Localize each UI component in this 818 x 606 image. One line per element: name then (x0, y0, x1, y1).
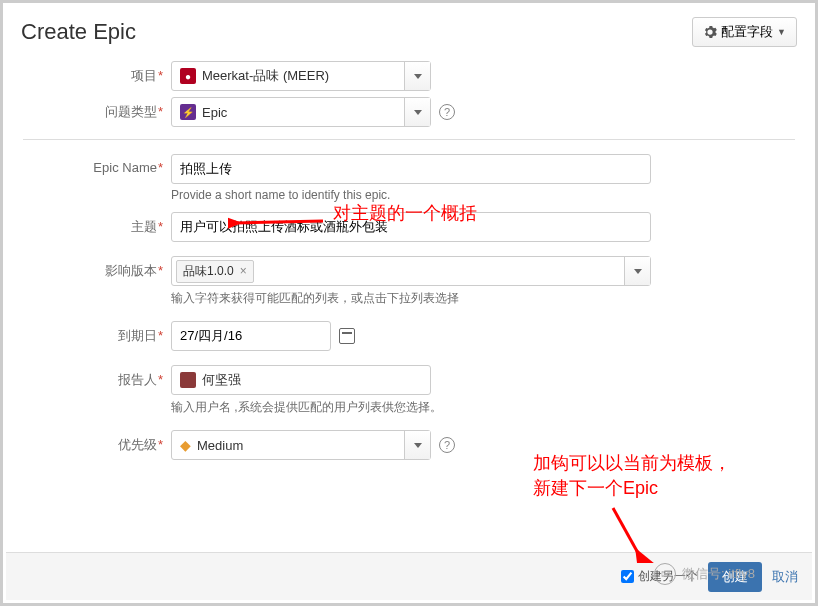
configure-fields-button[interactable]: 配置字段 ▼ (692, 17, 797, 47)
project-select[interactable]: ●Meerkat-品味 (MEER) (171, 61, 431, 91)
epic-icon: ⚡ (180, 104, 196, 120)
remove-tag-icon[interactable]: × (240, 264, 247, 278)
chevron-down-icon: ▼ (777, 27, 786, 37)
affects-version-select[interactable]: 品味1.0.0 × (171, 256, 651, 286)
issue-type-label: 问题类型 (105, 104, 157, 119)
due-date-input[interactable] (171, 321, 331, 351)
reporter-hint: 输入用户名 ,系统会提供匹配的用户列表供您选择。 (171, 399, 785, 416)
issue-type-select[interactable]: ⚡Epic (171, 97, 431, 127)
help-icon[interactable]: ? (439, 437, 455, 453)
priority-dropdown-toggle[interactable] (404, 431, 430, 459)
affects-version-hint: 输入字符来获得可能匹配的列表，或点击下拉列表选择 (171, 290, 785, 307)
project-dropdown-toggle[interactable] (404, 62, 430, 90)
submit-button[interactable]: 创建 (708, 562, 762, 592)
create-another-checkbox[interactable]: 创建另一个 (621, 568, 698, 585)
project-icon: ● (180, 68, 196, 84)
due-date-label: 到期日 (118, 328, 157, 343)
create-epic-dialog: Create Epic 配置字段 ▼ 项目* ●Meerkat-品味 (MEER… (0, 0, 818, 606)
dialog-footer: 创建另一个 创建 取消 (6, 552, 812, 600)
help-icon[interactable]: ? (439, 104, 455, 120)
form-scroll-area[interactable]: 项目* ●Meerkat-品味 (MEER) 问题类型* ⚡Epic ? Epi… (3, 57, 815, 555)
dialog-title: Create Epic (21, 19, 136, 45)
avatar (180, 372, 196, 388)
divider (23, 139, 795, 140)
priority-icon: ◆ (180, 437, 191, 453)
issue-type-dropdown-toggle[interactable] (404, 98, 430, 126)
chevron-down-icon (414, 74, 422, 79)
priority-select[interactable]: ◆Medium (171, 430, 431, 460)
create-another-input[interactable] (621, 570, 634, 583)
gear-icon (703, 25, 717, 39)
reporter-label: 报告人 (118, 372, 157, 387)
epic-name-label: Epic Name (93, 160, 157, 175)
reporter-select[interactable]: 何坚强 (171, 365, 431, 395)
chevron-down-icon (634, 269, 642, 274)
calendar-icon[interactable] (339, 328, 355, 344)
affects-version-dropdown-toggle[interactable] (624, 257, 650, 285)
epic-name-hint: Provide a short name to identify this ep… (171, 188, 785, 202)
project-label: 项目 (131, 68, 157, 83)
chevron-down-icon (414, 443, 422, 448)
chevron-down-icon (414, 110, 422, 115)
priority-label: 优先级 (118, 437, 157, 452)
dialog-header: Create Epic 配置字段 ▼ (3, 3, 815, 57)
summary-label: 主题 (131, 219, 157, 234)
affects-version-label: 影响版本 (105, 263, 157, 278)
cancel-button[interactable]: 取消 (772, 568, 798, 586)
epic-name-input[interactable] (171, 154, 651, 184)
summary-input[interactable] (171, 212, 651, 242)
version-tag: 品味1.0.0 × (176, 260, 254, 283)
